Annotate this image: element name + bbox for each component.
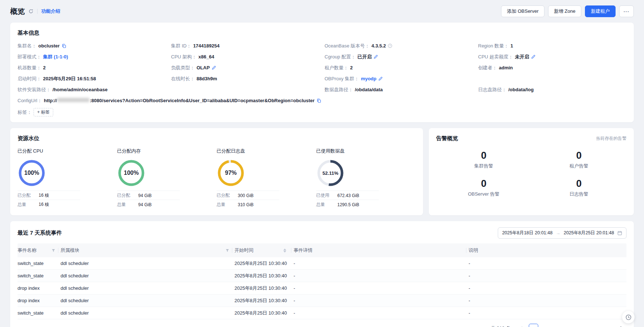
edit-icon[interactable] [378, 76, 383, 81]
event-detail-cell: - [294, 298, 469, 303]
field-ob-version: OceanBase 版本号： 4.3.5.2 ? [325, 42, 473, 49]
total-count: 共 913 条 [490, 325, 511, 327]
gauge-stat-row: 总量16 核 [18, 200, 80, 209]
field-empty [171, 86, 319, 93]
event-description-cell: - [469, 298, 626, 303]
page-number[interactable]: 2 [541, 324, 551, 327]
help-icon[interactable]: ? [388, 43, 392, 48]
task-history-button[interactable] [622, 311, 635, 323]
current-alerts-link[interactable]: 当前存在的告警 [596, 135, 626, 142]
cluster-overview-page: 概览 功能介绍 添加 OBServer 新增 Zone 新建租户 ··· 基本信… [0, 0, 644, 327]
page-title: 概览 [10, 7, 25, 16]
calendar-icon [617, 231, 622, 235]
event-row[interactable]: switch_state ddl scheduler 2025年8月25日 10… [18, 270, 626, 282]
col-event-name: 事件名称 [18, 243, 61, 257]
prev-page-button[interactable] [516, 324, 526, 327]
events-head: 最近 7 天系统事件 2025年8月18日 20:01:48 → 2025年8月… [18, 227, 626, 239]
page-number[interactable]: 1 [529, 324, 538, 327]
date-range-picker[interactable]: 2025年8月18日 20:01:48 → 2025年8月25日 20:01:4… [498, 227, 626, 239]
page-number[interactable]: 3 [554, 324, 563, 327]
system-events-card: 最近 7 天系统事件 2025年8月18日 20:01:48 → 2025年8月… [10, 221, 634, 327]
add-zone-button[interactable]: 新增 Zone [548, 5, 581, 17]
svg-text:?: ? [389, 45, 391, 47]
gauge-title: 已使用数据盘 [316, 148, 416, 154]
field-uptime: 在线时长： 88d3h9m [171, 75, 319, 82]
alert-count: 0 [531, 150, 626, 161]
page-number[interactable]: 183 [603, 324, 614, 327]
gauge-donut: 52.11% [317, 159, 344, 187]
filter-icon[interactable] [225, 249, 229, 253]
page-number[interactable]: 4 [566, 324, 575, 327]
field-creator: 创建者： admin [478, 64, 626, 71]
resource-gauge: 已分配内存 100% 已分配94 GiB总量94 GiB [117, 148, 217, 209]
event-row[interactable]: drop index ddl scheduler 2025年8月25日 10:3… [18, 295, 626, 307]
col-event-detail: 事件详情 [294, 243, 469, 257]
basic-info-card: 基本信息 集群名： obcluster 集群 ID： 1744189254 Oc… [10, 23, 634, 122]
gauge-title: 已分配日志盘 [217, 148, 316, 154]
gauge-donut: 100% [18, 159, 46, 187]
copy-icon[interactable] [62, 43, 66, 48]
field-tenant-count: 租户数量： 2 [325, 64, 473, 71]
feature-intro-link[interactable]: 功能介绍 [41, 8, 60, 15]
event-start-time-cell: 2025年8月25日 10:30:40 [234, 260, 294, 267]
edit-icon[interactable] [531, 54, 536, 59]
field-start-time: 启动时间： 2025年5月29日 16:51:58 [18, 75, 166, 82]
event-start-time-cell: 2025年8月25日 10:30:40 [234, 285, 294, 292]
deploy-mode-link[interactable]: 集群 (1-1-0) [43, 53, 68, 60]
gauge-stat-row: 已使用672.43 GiB [316, 191, 379, 200]
event-module-cell: ddl scheduler [61, 261, 234, 266]
field-machine-count: 机器数量： 2 [18, 64, 166, 71]
basic-info-grid: 集群名： obcluster 集群 ID： 1744189254 OceanBa… [18, 42, 626, 116]
page-ellipsis[interactable]: ••• [591, 324, 600, 327]
gauge-percent: 100% [18, 159, 46, 187]
field-workload-type: 负载类型： OLAP [171, 64, 319, 71]
field-obproxy-cluster: OBProxy 集群： myodp [325, 75, 473, 82]
page-header-left: 概览 功能介绍 [10, 7, 60, 16]
filter-icon[interactable] [51, 249, 55, 253]
event-description-cell: - [469, 261, 626, 266]
range-start: 2025年8月18日 20:01:48 [502, 230, 552, 236]
redacted-ip [57, 98, 89, 102]
field-data-disk-path: 数据盘路径： /obdata/data [325, 86, 473, 93]
field-deploy-mode: 部署模式： 集群 (1-1-0) [18, 53, 166, 60]
more-actions-button[interactable]: ··· [619, 5, 634, 17]
event-name-cell: drop index [18, 285, 61, 291]
event-detail-cell: - [294, 310, 469, 316]
events-table-body: switch_state ddl scheduler 2025年8月25日 10… [18, 257, 626, 319]
gauge-stat-row: 总量1290.5 GiB [316, 200, 379, 209]
field-cluster-id: 集群 ID： 1744189254 [171, 42, 319, 49]
next-page-button[interactable] [617, 324, 626, 327]
page-header-actions: 添加 OBServer 新增 Zone 新建租户 ··· [501, 5, 634, 17]
new-tenant-button[interactable]: 新建租户 [585, 5, 616, 17]
gauge-title: 已分配 CPU [18, 148, 117, 154]
range-end: 2025年8月25日 20:01:48 [564, 230, 614, 236]
edit-icon[interactable] [373, 54, 378, 59]
resource-usage-card: 资源水位 已分配 CPU 100% 已分配16 核总量16 核 已分配内存 10… [10, 128, 423, 215]
add-tag-button[interactable]: + 标签 [34, 108, 53, 116]
field-cpu-arch: CPU 架构： x86_64 [171, 53, 319, 60]
event-description-cell: - [469, 273, 626, 278]
event-row[interactable]: switch_state ddl scheduler 2025年8月25日 10… [18, 257, 626, 270]
col-start-time[interactable]: 开始时间 [234, 243, 294, 257]
gauge-stats: 已分配300 GiB总量310 GiB [217, 191, 279, 209]
col-module: 所属模块 [61, 243, 234, 257]
add-observer-button[interactable]: 添加 OBServer [501, 5, 544, 17]
event-detail-cell: - [294, 285, 469, 291]
page-number[interactable]: 5 [578, 324, 588, 327]
middle-row: 资源水位 已分配 CPU 100% 已分配16 核总量16 核 已分配内存 10… [10, 128, 634, 215]
field-region-count: Region 数量： 1 [478, 42, 626, 49]
sort-icon[interactable] [283, 249, 286, 253]
gauge-stats: 已分配94 GiB总量94 GiB [117, 191, 180, 209]
resource-usage-title: 资源水位 [18, 135, 416, 142]
obproxy-link[interactable]: myodp [361, 75, 377, 82]
refresh-icon[interactable] [28, 9, 34, 14]
col-description: 说明 [469, 243, 626, 257]
event-row[interactable]: drop index ddl scheduler 2025年8月25日 10:3… [18, 282, 626, 295]
copy-icon[interactable] [317, 98, 321, 103]
gauge-percent: 97% [217, 159, 245, 187]
edit-icon[interactable] [212, 65, 216, 70]
event-row[interactable]: switch_state ddl scheduler 2025年8月25日 10… [18, 307, 626, 319]
events-pagination: 共 913 条 12345•••183 [18, 319, 626, 327]
alert-grid: 0 集群告警 0 租户告警 0 OBServer 告警 0 日志告警 [436, 150, 626, 197]
resource-gauge: 已分配 CPU 100% 已分配16 核总量16 核 [18, 148, 117, 209]
